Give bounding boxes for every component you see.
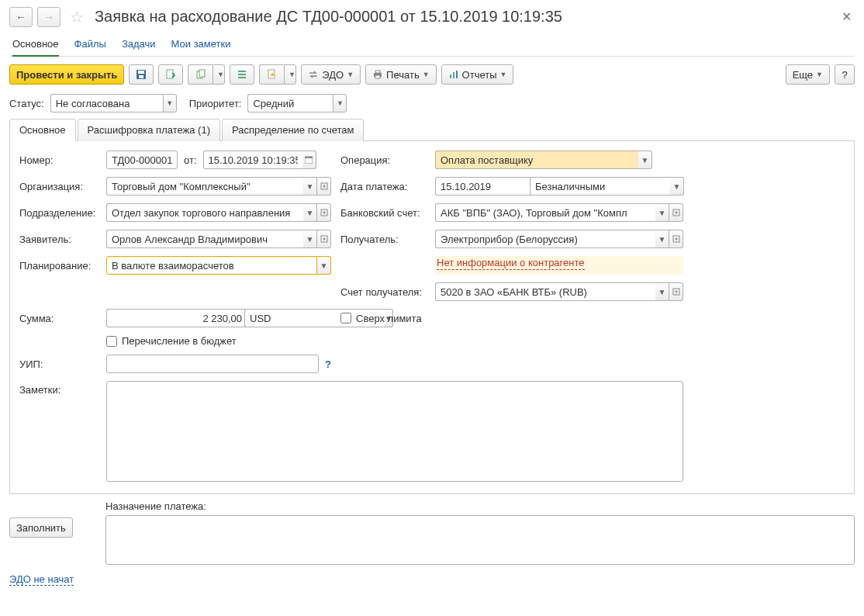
subtab-breakdown[interactable]: Расшифровка платежа (1) (78, 119, 220, 141)
structure-button[interactable] (230, 64, 254, 85)
from-label: от: (184, 154, 197, 166)
svg-rect-11 (375, 71, 380, 73)
number-label: Номер: (19, 154, 97, 166)
subtab-accounts[interactable]: Распределение по счетам (222, 119, 364, 141)
fill-button[interactable]: Заполнить (9, 517, 73, 538)
open-icon (672, 209, 680, 216)
linktab-main[interactable]: Основное (12, 38, 59, 57)
recipient-dropdown-button[interactable]: ▼ (655, 230, 669, 248)
svg-rect-7 (238, 74, 246, 75)
recipient-label: Получатель: (340, 234, 426, 245)
document-arrow-icon (164, 68, 177, 81)
recipient-acc-label: Счет получателя: (340, 286, 426, 298)
more-button-label: Еще (793, 69, 813, 81)
org-open-button[interactable] (317, 177, 331, 196)
status-select-dropdown[interactable]: ▼ (163, 94, 177, 112)
recipient-acc-input[interactable] (435, 282, 655, 301)
budget-transfer-checkbox[interactable] (106, 336, 117, 347)
date-calendar-button[interactable] (302, 151, 316, 169)
recipient-acc-open-button[interactable] (669, 282, 683, 301)
svg-rect-13 (450, 74, 451, 78)
dept-open-button[interactable] (317, 203, 331, 222)
svg-rect-15 (456, 71, 458, 78)
open-icon (672, 235, 680, 243)
svg-rect-6 (238, 71, 246, 72)
edo-button[interactable]: ЭДО▼ (301, 64, 361, 85)
recipient-open-button[interactable] (669, 230, 683, 248)
operation-select[interactable] (435, 151, 638, 169)
svg-rect-12 (375, 75, 380, 78)
number-input[interactable] (106, 151, 178, 169)
budget-transfer-checkbox-wrap[interactable]: Перечисление в бюджет (106, 335, 237, 347)
svg-rect-2 (139, 75, 143, 78)
org-label: Организация: (19, 181, 97, 192)
status-select[interactable] (50, 94, 163, 112)
forward-button[interactable]: → (37, 7, 60, 27)
purpose-label: Назначение платежа: (105, 500, 855, 512)
planning-dropdown-button[interactable]: ▼ (317, 256, 331, 275)
pay-method-dropdown-button[interactable]: ▼ (670, 177, 684, 196)
applicant-open-button[interactable] (317, 230, 331, 248)
over-limit-checkbox[interactable] (340, 313, 351, 324)
planning-label: Планирование: (19, 260, 97, 272)
org-dropdown-button[interactable]: ▼ (303, 177, 317, 196)
back-button[interactable]: ← (9, 7, 33, 27)
pay-method-select[interactable] (530, 177, 670, 196)
copy-button[interactable] (188, 64, 213, 85)
uip-input[interactable] (106, 355, 319, 373)
bank-acc-label: Банковский счет: (340, 207, 426, 219)
purpose-textarea[interactable] (105, 515, 855, 565)
dept-dropdown-button[interactable]: ▼ (303, 203, 317, 222)
open-icon (320, 209, 328, 216)
over-limit-label: Сверх лимита (356, 313, 422, 324)
priority-select[interactable] (247, 94, 333, 112)
recipient-input[interactable] (435, 230, 655, 248)
close-button[interactable]: ✕ (838, 6, 855, 27)
svg-rect-1 (138, 71, 144, 74)
pay-date-label: Дата платежа: (340, 181, 426, 192)
over-limit-checkbox-wrap[interactable]: Сверх лимита (340, 313, 422, 324)
sum-input[interactable] (106, 309, 247, 327)
subtab-main[interactable]: Основное (9, 119, 76, 141)
dept-input[interactable] (106, 203, 303, 222)
open-icon (320, 235, 328, 243)
bank-acc-open-button[interactable] (669, 203, 683, 222)
post-button[interactable] (158, 64, 183, 85)
dept-label: Подразделение: (19, 207, 97, 219)
edo-status-link[interactable]: ЭДО не начат (9, 573, 74, 586)
floppy-icon (135, 68, 147, 81)
attach-button[interactable] (259, 64, 284, 85)
notes-textarea[interactable] (106, 381, 683, 482)
print-button[interactable]: Печать▼ (365, 64, 437, 85)
operation-dropdown-button[interactable]: ▼ (638, 151, 652, 169)
linktab-notes[interactable]: Мои заметки (171, 38, 231, 50)
applicant-input[interactable] (106, 230, 303, 248)
bank-acc-dropdown-button[interactable]: ▼ (655, 203, 669, 222)
uip-help-icon[interactable]: ? (325, 358, 331, 370)
favorite-star-icon[interactable]: ☆ (68, 9, 85, 26)
linktab-tasks[interactable]: Задачи (122, 38, 156, 50)
reports-button[interactable]: Отчеты▼ (441, 64, 514, 85)
more-button[interactable]: Еще▼ (786, 64, 830, 85)
date-input[interactable] (203, 151, 302, 169)
operation-label: Операция: (340, 154, 426, 166)
post-and-close-button[interactable]: Провести и закрыть (9, 64, 124, 85)
applicant-dropdown-button[interactable]: ▼ (303, 230, 317, 248)
org-input[interactable] (106, 177, 303, 196)
save-button[interactable] (129, 64, 154, 85)
help-button[interactable]: ? (835, 64, 855, 85)
recipient-acc-dropdown-button[interactable]: ▼ (655, 282, 669, 301)
svg-rect-5 (199, 70, 205, 77)
linktab-files[interactable]: Файлы (74, 38, 106, 50)
bank-acc-input[interactable] (435, 203, 655, 222)
reports-button-label: Отчеты (462, 69, 497, 81)
notes-label: Заметки: (19, 381, 97, 396)
counterparty-warning[interactable]: Нет информации о контрагенте (437, 256, 585, 270)
attach-dropdown-button[interactable]: ▼ (284, 64, 296, 85)
copy-dropdown-button[interactable]: ▼ (213, 64, 225, 85)
priority-select-dropdown[interactable]: ▼ (333, 94, 347, 112)
svg-rect-14 (453, 72, 454, 78)
planning-select[interactable] (106, 256, 317, 275)
page-title: Заявка на расходование ДС ТД00-000001 от… (95, 8, 562, 26)
svg-rect-8 (238, 77, 246, 78)
